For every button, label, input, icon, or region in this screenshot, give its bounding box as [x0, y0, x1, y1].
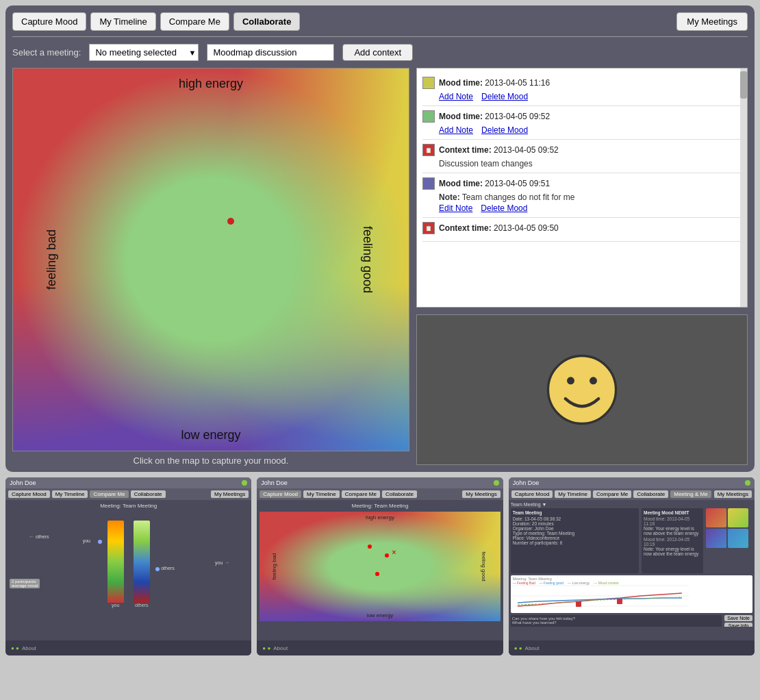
mini-sq [706, 508, 726, 527]
content-area: high energy low energy feeling bad feeli… [12, 68, 748, 465]
meeting-select-wrapper[interactable]: No meeting selected ▼ [89, 44, 199, 61]
thumbnail-compare: John Doe Capture Mood My Timeline Compar… [5, 477, 251, 655]
thumb-team-meeting-label: Team Meeting ▼ [511, 502, 547, 507]
compare-bar-others [134, 521, 150, 603]
log-time: Context time: 2013-04-05 09:50 [439, 223, 559, 233]
moodmap-label-top: high energy [179, 77, 243, 91]
thumb-header: John Doe [509, 477, 755, 488]
delete-mood-link[interactable]: Delete Mood [481, 203, 527, 213]
status-dot [494, 480, 499, 486]
thumb-nav-collab[interactable]: Collaborate [633, 490, 668, 498]
thumb-user-name: John Doe [513, 479, 540, 486]
mini-sq [728, 508, 748, 527]
mood-color-swatch [422, 110, 435, 123]
my-meetings-button[interactable]: My Meetings [676, 12, 748, 31]
thumb-nav-compare[interactable]: Compare Me [342, 490, 380, 498]
log-entry: Mood time: 2013-04-05 11:16 Add Note Del… [422, 73, 742, 106]
thumb-my-meetings[interactable]: My Meetings [211, 490, 249, 498]
main-panel: Capture Mood My Timeline Compare Me Coll… [5, 5, 755, 472]
log-note: Discussion team changes [422, 159, 742, 168]
log-note: Note: Team changes do not fit for me [422, 192, 742, 202]
moodmap-canvas[interactable]: high energy low energy feeling bad feeli… [12, 68, 409, 451]
thumb-chat: Can you share how you felt today? What h… [511, 615, 722, 627]
thumb-user-name: John Doe [261, 479, 288, 486]
thumb-nav-capture[interactable]: Capture Mood [511, 490, 553, 498]
thumb-nav-timeline[interactable]: My Timeline [52, 490, 88, 498]
moodmap-discussion-input[interactable] [207, 44, 334, 61]
log-time: Context time: 2013-04-05 09:52 [439, 145, 559, 155]
capture-mood-button[interactable]: Capture Mood [12, 12, 86, 31]
thumb-nav-timeline[interactable]: My Timeline [555, 490, 591, 498]
thumb-my-meetings[interactable]: My Meetings [462, 490, 500, 498]
thumb-mood-note-2: Mood time: 2013-04-05 10:19 [644, 537, 701, 547]
thumb-type: Type of meeting: Team Meeting [513, 531, 637, 536]
thumb-chart-area: Meeting: Team Meeting — Feeling Bad — Fe… [511, 575, 752, 613]
thumb-nav-compare[interactable]: Compare Me [90, 490, 128, 498]
thumb-nav-collab[interactable]: Collaborate [382, 490, 417, 498]
legend-bad: — Feeling Bad [513, 581, 535, 585]
thumb-bottom-bar: ● ● About [257, 640, 503, 655]
thumb-status: ● ● [262, 645, 270, 651]
add-context-button[interactable]: Add context [342, 44, 413, 61]
thumb2-moodmap[interactable]: high energy low energy feeling bad feeli… [259, 512, 500, 621]
meeting-select[interactable]: No meeting selected [89, 44, 199, 61]
thumb-meeting-title: Team Meeting [513, 510, 637, 515]
meeting-select-row: Select a meeting: No meeting selected ▼ … [12, 44, 748, 61]
you-label: you [83, 538, 90, 543]
thumb-footer-btns: Save Note Save Info [724, 615, 752, 627]
select-meeting-label: Select a meeting: [12, 47, 81, 58]
bar-bottom-label-others: others [135, 603, 148, 608]
log-entry-context: 📋 Context time: 2013-04-05 09:52 Discuss… [422, 140, 742, 173]
thumb-mini-moods [706, 508, 752, 573]
thumb-nav-capture[interactable]: Capture Mood [8, 490, 50, 498]
scrollbar-track[interactable] [740, 68, 747, 307]
log-entry-header: Mood time: 2013-04-05 11:16 [422, 77, 742, 89]
svg-point-0 [548, 356, 616, 424]
thumb-about-link[interactable]: About [22, 645, 36, 651]
compare-me-button[interactable]: Compare Me [160, 12, 229, 31]
svg-rect-6 [576, 601, 581, 607]
log-time: Mood time: 2013-04-05 09:52 [439, 112, 550, 121]
thumb-content-compare: Meeting: Team Meeting you you ← others [5, 500, 251, 637]
thumb2-dot-2 [385, 553, 389, 558]
log-entry-header: 📋 Context time: 2013-04-05 09:50 [422, 222, 742, 234]
mood-log[interactable]: Mood time: 2013-04-05 11:16 Add Note Del… [416, 68, 748, 308]
chart-legend: — Feeling Bad — Feeling good — Low energ… [513, 581, 619, 585]
save-note-btn[interactable]: Save Note [724, 615, 752, 621]
thumb-nav: Capture Mood My Timeline Compare Me Coll… [509, 488, 755, 500]
edit-note-link[interactable]: Edit Note [439, 203, 472, 213]
svg-point-2 [590, 377, 597, 384]
delete-mood-link[interactable]: Delete Mood [481, 92, 528, 101]
thumb-nav-capture[interactable]: Capture Mood [259, 490, 301, 498]
context-icon: 📋 [422, 144, 435, 156]
mini-mood-row [706, 529, 752, 548]
thumb-about-link[interactable]: About [525, 645, 540, 651]
log-actions: Add Note Delete Mood [422, 92, 742, 101]
thumbnail-moodmap: John Doe Capture Mood My Timeline Compar… [257, 477, 503, 655]
thumb-chat-answer: What have you learned? [512, 621, 721, 625]
mini-sq [728, 529, 748, 548]
moodmap-instruction: Click on the map to capture your mood. [12, 451, 409, 470]
scrollbar-thumb[interactable] [740, 71, 747, 99]
thumb-participants: Number of participants: 6 [513, 540, 637, 545]
thumb-nav-compare[interactable]: Compare Me [593, 490, 631, 498]
my-timeline-button[interactable]: My Timeline [90, 12, 155, 31]
thumb-my-meetings[interactable]: My Meetings [714, 490, 752, 498]
log-time: Mood time: 2013-04-05 11:16 [439, 78, 550, 88]
thumb-duration: Duration: 20 minutes [513, 521, 637, 526]
add-note-link[interactable]: Add Note [439, 92, 473, 101]
thumb-two-col: Team Meeting Date: 13-04-05 08:38:32 Dur… [511, 508, 752, 573]
collaborate-button[interactable]: Collaborate [233, 12, 301, 31]
thumb2-label-right: feeling good [481, 551, 487, 582]
thumb-nav-timeline[interactable]: My Timeline [303, 490, 340, 498]
thumb-nav-collab[interactable]: Collaborate [131, 490, 166, 498]
thumb-header: John Doe [257, 477, 503, 488]
thumb-nav-meeting-me[interactable]: Meeting & Me [670, 490, 711, 498]
save-info-btn[interactable]: Save Info [724, 623, 752, 627]
add-note-link[interactable]: Add Note [439, 125, 473, 135]
status-dot [242, 480, 247, 486]
mood-color-swatch [422, 77, 435, 89]
delete-mood-link[interactable]: Delete Mood [481, 125, 528, 135]
thumb-about-link[interactable]: About [273, 645, 288, 651]
svg-rect-7 [617, 599, 622, 604]
